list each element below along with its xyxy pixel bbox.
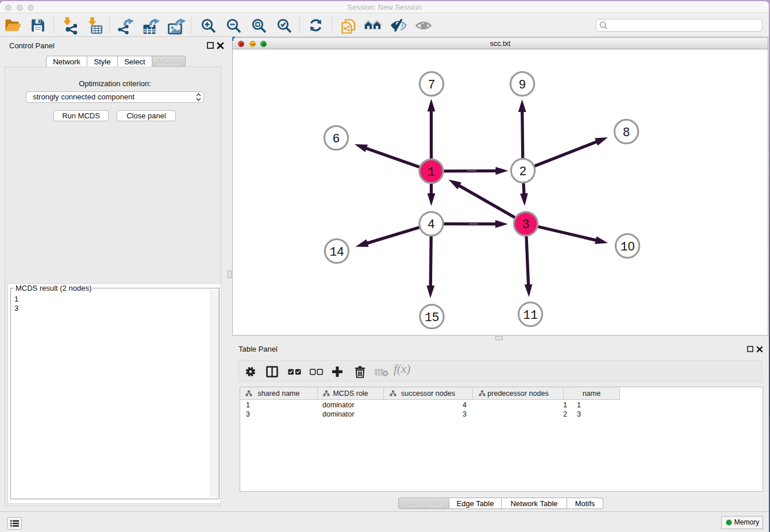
svg-text:2: 2 [519, 164, 526, 178]
svg-text:1: 1 [428, 165, 435, 179]
svg-text:8: 8 [623, 125, 630, 139]
svg-text:5: 5 [432, 310, 439, 324]
svg-text:6: 6 [333, 132, 340, 145]
svg-text:4: 4 [337, 245, 344, 259]
svg-text:1: 1 [530, 309, 538, 322]
svg-text:7: 7 [428, 78, 435, 91]
svg-text:1: 1 [523, 309, 530, 322]
svg-text:1: 1 [425, 311, 432, 325]
svg-text:4: 4 [428, 217, 435, 231]
svg-text:1: 1 [330, 245, 337, 259]
svg-text:3: 3 [522, 217, 529, 231]
svg-text:1: 1 [621, 240, 628, 254]
svg-text:9: 9 [519, 78, 526, 91]
svg-text:0: 0 [628, 240, 635, 253]
